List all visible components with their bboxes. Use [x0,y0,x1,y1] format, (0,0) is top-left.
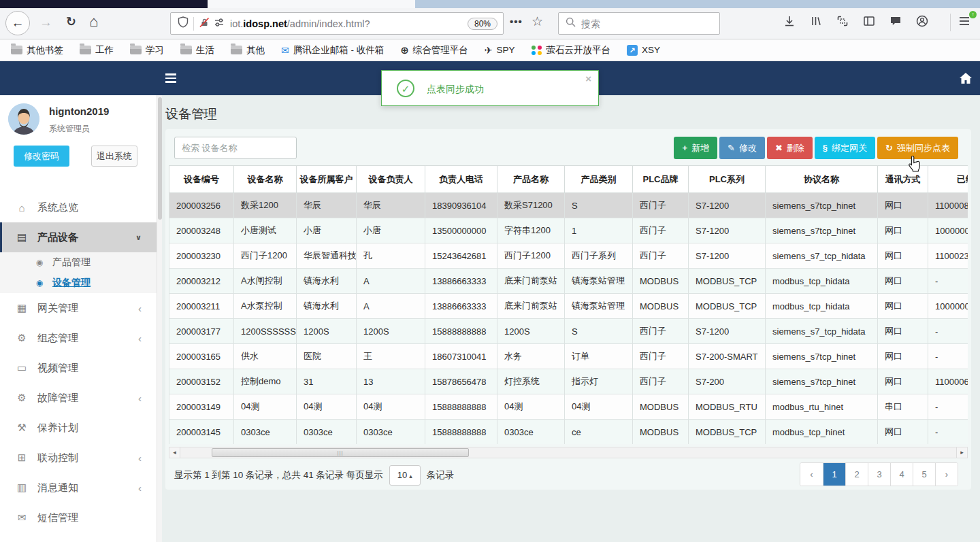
avatar[interactable] [8,103,39,135]
table-row[interactable]: 200003230西门子1200华辰智通科技孔15243642681西门子120… [169,243,968,269]
browser-search-box[interactable] [558,12,720,35]
sidebar-item-网关管理[interactable]: ▦网关管理‹ [0,293,157,323]
table-row[interactable]: 200003256数采1200华辰华辰18390936104数采S71200S西… [169,193,968,218]
edit-button[interactable]: ✎修改 [719,137,765,159]
column-header[interactable]: 产品名称 [497,166,565,193]
titlebar-active-tab[interactable] [208,0,415,8]
notebook-icon: ▥ [15,481,29,494]
back-button[interactable]: ← [5,11,30,35]
url-bar[interactable]: iot.idosp.net/admin/index.html? 80% [170,12,504,35]
screenshot-icon[interactable] [836,14,849,28]
messages-icon[interactable] [889,14,902,28]
table-row[interactable]: 200003211A水泵控制镇海水利A13886663333底来门前泵站镇海泵站… [169,294,968,319]
account-icon[interactable] [915,14,929,28]
table-cell: 底来门前泵站 [497,269,565,294]
sidebar-item-大屏管理[interactable]: ▣大屏管理 [0,532,157,542]
pagination-page-5[interactable]: 5 [913,463,935,486]
sidebars-icon[interactable] [862,14,876,28]
sidebar-item-保养计划[interactable]: ⚒保养计划 [0,413,157,443]
bookmark-item[interactable]: ✈SPY [485,45,515,56]
shield-icon[interactable] [178,16,189,31]
sidebar-item-联动控制[interactable]: ⊞联动控制‹ [0,443,157,473]
app-home-icon[interactable] [960,73,972,86]
logout-button[interactable]: 退出系统 [91,146,137,167]
table-row[interactable]: 200003212A水闸控制镇海水利A13886663333底来门前泵站镇海泵站… [169,269,968,294]
bookmark-item[interactable]: 其他 [231,44,265,56]
reload-button[interactable]: ↻ [66,14,76,29]
table-cell: 网口 [878,319,928,344]
bookmark-item[interactable]: ✉腾讯企业邮箱 - 收件箱 [281,44,384,56]
pagination-page-1[interactable]: 1 [823,463,845,486]
sidebar-item-组态管理[interactable]: ⚙组态管理‹ [0,323,157,353]
column-header[interactable]: PLC品牌 [633,166,689,193]
sidebar-scrollbar[interactable] [157,95,162,542]
sidebar-item-故障管理[interactable]: ⚙故障管理‹ [0,383,157,413]
table-cell: 200003152 [169,369,234,394]
column-header[interactable]: 设备所属客户 [297,166,357,193]
bookmark-item[interactable]: 萤石云开放平台 [532,44,611,56]
table-row[interactable]: 2000031771200SSSSSS1200S1200S15888888888… [169,319,968,344]
bookmark-item[interactable]: ↗XSY [627,45,660,56]
column-header[interactable]: 设备名称 [234,166,297,193]
page-actions-icon[interactable]: ••• [510,16,523,27]
pagination-page-2[interactable]: 2 [845,463,868,486]
column-header[interactable]: 产品类别 [565,166,633,193]
scrollbar-thumb[interactable]: ||| [212,448,469,457]
url-text[interactable]: iot.idosp.net/admin/index.html? [230,18,468,29]
bookmark-item[interactable]: ⊕综合管理平台 [400,44,468,56]
download-icon[interactable] [783,14,796,28]
column-header[interactable]: 负责人电话 [425,166,497,193]
scroll-right-icon[interactable]: ▸ [956,447,967,458]
sidebar-subitem-设备管理[interactable]: ◉设备管理 [0,273,157,293]
column-header[interactable]: PLC系列 [689,166,766,193]
page-size-select[interactable]: 10▴ [389,465,421,486]
sidebar-item-视频管理[interactable]: ▭视频管理 [0,353,157,383]
library-icon[interactable] [809,14,823,28]
folder-icon [130,46,142,54]
table-row[interactable]: 200003165供水医院王18607310041水务订单西门子S7-200-S… [169,344,968,369]
envelope-icon: ✉ [15,511,29,524]
pagination-page-4[interactable]: 4 [890,463,913,486]
device-search-input[interactable] [174,137,297,159]
app-menu-icon[interactable]: ↑ [958,14,974,29]
permissions-icon[interactable] [214,17,225,31]
delete-button[interactable]: ✖删除 [767,137,813,159]
table-row[interactable]: 200003152控制demo311315878656478灯控系统指示灯西门子… [169,369,968,394]
column-header[interactable]: 已绑定网关 [928,166,968,193]
pagination-prev[interactable]: ‹ [800,463,823,486]
bookmark-item[interactable]: 生活 [180,44,214,56]
close-icon[interactable]: × [585,73,591,84]
bind-gateway-button[interactable]: §绑定网关 [815,137,875,159]
home-button[interactable]: ⌂ [89,13,98,31]
add-button[interactable]: +新增 [674,137,717,159]
table-cell: 1100023 [928,243,968,269]
table-cell: 网口 [878,269,928,294]
pagination-next[interactable]: › [935,463,958,486]
sidebar-item-系统总览[interactable]: ⌂系统总览 [0,192,157,222]
horizontal-scrollbar[interactable]: ◂ ||| ▸ [169,447,968,458]
bookmark-item[interactable]: 其他书签 [11,44,63,56]
zoom-level-badge[interactable]: 80% [468,18,497,30]
bookmark-item[interactable]: 学习 [130,44,164,56]
dart-icon: ✈ [485,45,493,56]
table-row[interactable]: 2000031450303ce0303ce0303ce1588888888803… [169,420,968,445]
table-row[interactable]: 200003248小唐测试小唐小唐13500000000字符串12001西门子S… [169,218,968,243]
pagination-page-3[interactable]: 3 [868,463,890,486]
column-header[interactable]: 协议名称 [766,166,878,193]
column-header[interactable]: 设备负责人 [357,166,425,193]
column-header[interactable]: 设备编号 [169,166,234,193]
change-password-button[interactable]: 修改密码 [14,146,69,167]
sidebar-subitem-产品管理[interactable]: ◉产品管理 [0,252,157,273]
scrollbar-thumb[interactable] [158,97,162,220]
browser-search-input[interactable] [581,18,719,29]
insecure-lock-icon[interactable] [199,17,210,31]
bookmark-item[interactable]: 工作 [80,44,114,56]
forward-button[interactable]: → [39,15,52,30]
scroll-left-icon[interactable]: ◂ [169,447,180,458]
sidebar-toggle-icon[interactable] [165,73,176,83]
sidebar-item-短信管理[interactable]: ✉短信管理 [0,503,157,532]
sidebar-item-产品设备[interactable]: ▤产品设备∨ [0,222,157,252]
table-row[interactable]: 20000314904测04测04测1588888888804测04测MODBU… [169,394,968,420]
sidebar-item-消息通知[interactable]: ▥消息通知‹ [0,473,157,503]
bookmark-star-icon[interactable]: ☆ [532,14,543,29]
